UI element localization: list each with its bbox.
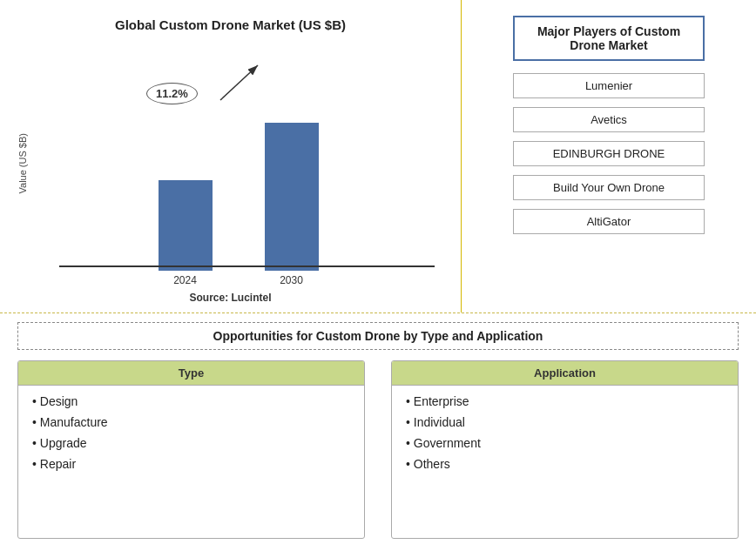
type-item-repair: • Repair (32, 457, 350, 471)
bar-2024 (159, 180, 213, 271)
type-item-design: • Design (32, 394, 350, 408)
type-item-upgrade: • Upgrade (32, 436, 350, 450)
main-container: Global Custom Drone Market (US $B) Value… (0, 0, 756, 551)
chart-wrapper: Value (US $B) 2024 2030 (17, 41, 443, 286)
annotation-bubble: 11.2% (146, 83, 198, 104)
player-avetics: Avetics (513, 107, 705, 132)
app-item-government: • Government (406, 436, 724, 450)
app-item-others: • Others (406, 457, 724, 471)
player-edinburgh: EDINBURGH DRONE (513, 141, 705, 166)
y-axis-label: Value (US $B) (17, 133, 28, 194)
bar-2030 (265, 123, 319, 271)
player-lumenier: Lumenier (513, 73, 705, 98)
chart-area: Global Custom Drone Market (US $B) Value… (0, 0, 462, 312)
app-item-individual: • Individual (406, 415, 724, 429)
type-header: Type (18, 361, 364, 386)
application-section: Application • Enterprise • Individual • … (391, 360, 739, 539)
app-item-enterprise: • Enterprise (406, 394, 724, 408)
type-item-manufacture: • Manufacture (32, 415, 350, 429)
player-buildyourown: Build Your Own Drone (513, 175, 705, 200)
top-section: Global Custom Drone Market (US $B) Value… (0, 0, 756, 313)
two-cols: Type • Design • Manufacture • Upgrade • … (17, 360, 739, 539)
players-title: Major Players of Custom Drone Market (513, 16, 705, 61)
arrow-svg (33, 41, 443, 286)
bottom-section: Opportunities for Custom Drone by Type a… (0, 313, 756, 551)
bars-area: 2024 2030 11.2% (33, 41, 443, 286)
chart-title: Global Custom Drone Market (US $B) (115, 17, 346, 32)
source-text: Source: Lucintel (189, 292, 271, 304)
x-axis (59, 265, 435, 267)
svg-line-1 (220, 65, 258, 100)
application-header: Application (392, 361, 738, 386)
bar-label-2030: 2030 (280, 274, 303, 286)
type-section: Type • Design • Manufacture • Upgrade • … (17, 360, 365, 539)
players-area: Major Players of Custom Drone Market Lum… (462, 0, 756, 312)
bar-label-2024: 2024 (173, 274, 197, 286)
player-altigator: AltiGator (513, 209, 705, 234)
bar-col-2030: 2030 (265, 123, 319, 286)
type-items: • Design • Manufacture • Upgrade • Repai… (18, 386, 364, 538)
bar-col-2024: 2024 (159, 180, 213, 286)
opportunities-title: Opportunities for Custom Drone by Type a… (17, 322, 739, 350)
application-items: • Enterprise • Individual • Government •… (392, 386, 738, 538)
chart-inner: 2024 2030 11.2% (33, 41, 443, 286)
